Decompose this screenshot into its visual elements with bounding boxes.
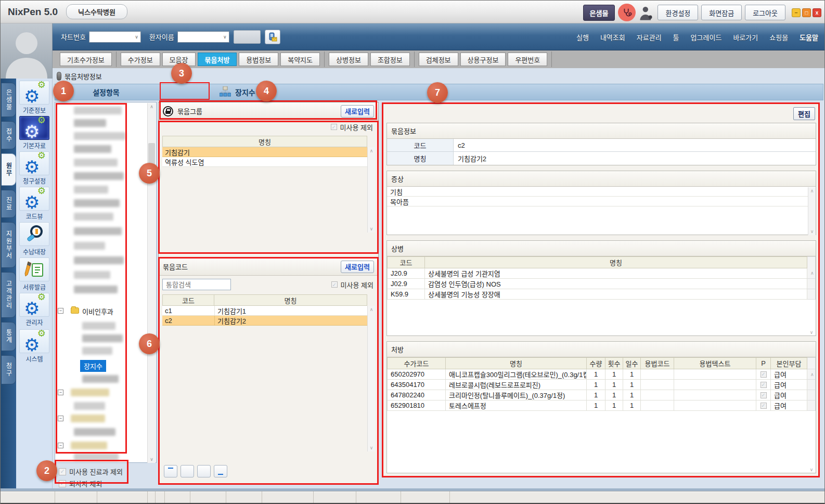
menu-help[interactable]: 도움말 [800,32,818,42]
scroll-down-icon[interactable]: ∨ [370,445,373,450]
rx-row[interactable]: 652901810토레스에프정 11 1 ✓ 급여 [388,400,816,411]
rail-item-receipt-ledger[interactable]: 수납대장 [18,222,50,256]
rail-item-billing-settings[interactable]: ⚙⚙ 청구설정 [18,151,50,185]
exclude-retired-row[interactable]: ✓ 퇴사자 제외 [59,479,157,488]
scroll-down-icon[interactable]: ∨ [808,467,815,472]
side-tab-customer-mgmt[interactable]: 고객관리 [2,272,16,318]
rx-row[interactable]: 647802240크리마인정(탈니플루메이트)_(0.37g/1정) 11 1 … [388,390,816,400]
sms-device-button[interactable] [265,30,280,44]
scroll-down-icon[interactable]: ∨ [808,330,815,335]
rx-row[interactable]: 643504170레브로콜시럽(레보드로프로피진) 11 1 ✓ 급여 [388,380,816,390]
code-list-scrollbar[interactable]: ∧ ∨ [367,306,375,451]
symptoms-scrollbar[interactable]: ∧ ∨ [808,187,816,235]
menu-history[interactable]: 내역조회 [600,32,625,42]
menu-upgrade[interactable]: 업그레이드 [691,32,722,42]
window-minimize-button[interactable]: – [792,8,801,17]
scroll-down-icon[interactable]: ∨ [150,457,153,462]
checkbox-checked-icon[interactable]: ✓ [59,480,66,487]
rail-item-basic-data[interactable]: ⚙⚙ 기본자료 [18,116,50,150]
symptoms-title: 증상 [387,171,816,187]
stethoscope-icon[interactable] [618,4,636,21]
tree-expander[interactable]: − [58,416,63,421]
disease-row[interactable]: J02.9감염성 인두염(급성) NOS [388,279,816,289]
scroll-down-icon[interactable]: ∨ [370,226,373,231]
application-window: NixPen 5.0 닉스수탁병원 은샘물 환경설정 화면잠금 로그아웃 – □… [0,0,825,504]
tree-expander[interactable]: − [58,443,63,448]
scroll-up-icon[interactable]: ∧ [370,148,373,153]
side-tab-billing[interactable]: 청구 [2,355,16,384]
code-row[interactable]: c2 기침감기2 [162,316,367,326]
rail-item-administrator[interactable]: ⚙⚙ 관리자 [18,293,50,327]
symptom-row[interactable]: 목아픔 [387,197,816,206]
user-settings-icon[interactable] [639,4,654,21]
menu-tools[interactable]: 툴 [673,32,679,42]
code-new-button[interactable]: 새로입력 [341,261,374,273]
menu-shop[interactable]: 쇼핑몰 [769,32,788,42]
settings-button[interactable]: 환경설정 [658,5,698,20]
menu-shortcut[interactable]: 바로가기 [733,32,758,42]
move-bottom-button[interactable] [214,465,227,477]
side-tab-support-dept[interactable]: 지원부서 [2,222,16,268]
group-new-button[interactable]: 새로입력 [341,105,374,118]
rx-row[interactable]: 650202970애니코프캡슐300밀리그램(테오브로민)_(0.3g/1캡슐)… [388,369,816,380]
move-up-button[interactable] [181,465,194,477]
screen-lock-button[interactable]: 화면잠금 [701,5,742,20]
side-tab-admin-affairs[interactable]: 원무 [2,153,16,186]
tab-medication-guide[interactable]: 복약지도 [280,53,320,66]
tab-bundle-rx[interactable]: 묶음처방 [198,53,237,66]
tab-disease-info[interactable]: 상병정보 [329,53,368,66]
tab-zipcode[interactable]: 우편번호 [508,53,547,66]
tree-expander[interactable]: − [58,390,63,395]
checkbox-checked-icon[interactable]: ✓ [331,124,337,130]
checkbox-checked-icon[interactable]: ✓ [331,281,338,288]
rail-item-code-view[interactable]: ⚙⚙ 코드뷰 [18,187,50,221]
menu-run[interactable]: 실행 [576,32,589,42]
tab-fee-info[interactable]: 수가정보 [121,53,160,66]
menu-data-mgmt[interactable]: 자료관리 [637,32,662,42]
patient-search-button[interactable] [234,30,261,44]
move-down-button[interactable] [197,465,211,477]
tab-collection[interactable]: 모음장 [162,53,196,66]
code-row[interactable]: c1 기침감기1 [162,306,367,316]
tab-phrase-info[interactable]: 상용구정보 [460,53,506,66]
tree-expander[interactable]: − [58,308,63,314]
move-top-button[interactable] [164,465,177,477]
logout-button[interactable]: 로그아웃 [745,5,785,20]
tab-basic-fee-info[interactable]: 기초수가정보 [60,53,112,66]
diseases-box: 상병 코드 명칭 J20.9상세불명의 급성 기관지염 ∧ J02.9감염성 인… [386,240,816,336]
symptom-row[interactable]: 기침 [387,187,816,197]
tree-scroll-thumb[interactable] [148,143,155,172]
side-tab-eunsaemmul[interactable]: 은샘물 [2,83,16,117]
patient-name-combo[interactable]: ∨ [177,31,229,43]
exclude-unused-dept-row[interactable]: ✓ 미사용 진료과 제외 [59,467,157,476]
tab-specimen-info[interactable]: 검체정보 [419,53,458,66]
tab-combination-info[interactable]: 조합정보 [370,53,410,66]
chart-no-label: 차트번호 [61,32,86,42]
tree-node-ent-dept[interactable]: 이비인후과 [82,306,113,316]
disease-row[interactable]: K59.9상세불명의 기능성 장장애 [388,289,816,300]
integrated-search-input[interactable] [162,279,231,290]
scroll-up-icon[interactable]: ∧ [370,307,373,312]
tab-usage-info[interactable]: 용법정보 [239,53,278,66]
side-tab-statistics[interactable]: 통계 [2,322,16,351]
side-tab-reception[interactable]: 접수 [2,121,16,149]
disease-row[interactable]: J20.9상세불명의 급성 기관지염 ∧ [388,268,816,279]
scroll-down-icon[interactable]: ∨ [810,229,814,234]
rail-item-document-issue[interactable]: 서류발급 [18,257,50,291]
chart-no-combo[interactable]: ∨ [89,31,141,43]
tab-separator [414,51,415,67]
scroll-up-icon: ∧ [807,369,816,380]
rail-item-standard-info[interactable]: ⚙⚙ 기준정보 [18,81,50,114]
rail-item-system[interactable]: ⚙⚙ 시스템 [18,329,50,363]
scroll-up-icon[interactable]: ∧ [150,104,153,109]
group-row[interactable]: 기침감기 [162,147,367,157]
edit-button[interactable]: 편집 [793,107,815,120]
group-row[interactable]: 역류성 식도염 [162,157,367,167]
side-tab-treatment[interactable]: 진료 [2,190,16,218]
scroll-up-icon[interactable]: ∧ [810,188,814,193]
window-maximize-button[interactable]: □ [802,8,811,17]
tree-node-selected[interactable]: 장지수 [80,360,106,372]
checkbox-checked-icon[interactable]: ✓ [59,468,66,475]
group-list-scrollbar[interactable]: ∧ ∨ [367,147,375,232]
window-close-button[interactable]: x [813,8,821,17]
